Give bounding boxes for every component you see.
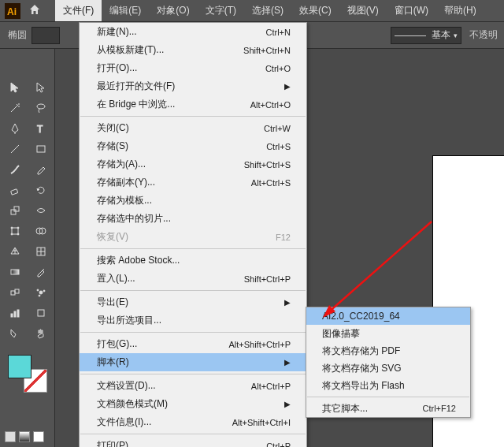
svg-rect-19 [11, 270, 19, 274]
svg-point-2 [37, 104, 45, 109]
svg-point-12 [11, 233, 13, 235]
none-mode[interactable] [33, 431, 44, 442]
rotate-tool[interactable] [28, 180, 54, 200]
menu-item[interactable]: 新建(N)...Ctrl+N [80, 23, 306, 41]
svg-rect-27 [14, 311, 16, 317]
width-tool[interactable] [28, 200, 54, 221]
menu-item[interactable]: 存储选中的切片... [80, 210, 306, 228]
menu-type[interactable]: 文字(T) [198, 0, 244, 21]
home-icon[interactable] [28, 3, 41, 18]
svg-line-4 [11, 145, 19, 153]
color-mode-row [5, 431, 44, 442]
menu-file[interactable]: 文件(F) [55, 0, 102, 21]
fill-field[interactable] [32, 27, 60, 44]
type-tool[interactable]: T [28, 118, 54, 139]
mesh-tool[interactable] [28, 241, 54, 262]
hand-tool[interactable] [28, 323, 54, 344]
svg-point-11 [17, 227, 19, 229]
submenu-item[interactable]: 将文档导出为 Flash [306, 377, 470, 394]
svg-point-22 [39, 291, 43, 294]
menubar: 文件(F) 编辑(E) 对象(O) 文字(T) 选择(S) 效果(C) 视图(V… [55, 0, 484, 21]
brush-tool[interactable] [2, 159, 28, 180]
svg-rect-28 [17, 310, 19, 317]
pencil-tool[interactable] [28, 159, 54, 180]
symbol-tool[interactable] [28, 282, 54, 303]
perspective-tool[interactable] [2, 241, 28, 262]
menu-item[interactable]: 搜索 Adobe Stock... [80, 251, 306, 270]
menu-window[interactable]: 窗口(W) [387, 0, 436, 21]
svg-rect-26 [11, 314, 13, 317]
menu-item[interactable]: 置入(L)...Shift+Ctrl+P [80, 270, 306, 288]
menu-item[interactable]: 存储为(A)...Shift+Ctrl+S [80, 155, 306, 173]
menu-item[interactable]: 打开(O)...Ctrl+O [80, 59, 306, 77]
svg-rect-21 [15, 289, 19, 293]
rect-tool[interactable] [28, 139, 54, 159]
scale-tool[interactable] [2, 200, 28, 221]
menu-help[interactable]: 帮助(H) [436, 0, 484, 21]
svg-text:Ai: Ai [7, 6, 17, 17]
free-transform-tool[interactable] [2, 221, 28, 241]
svg-rect-8 [14, 207, 19, 211]
submenu-item[interactable]: AI2.0_CC2019_64 [306, 307, 470, 325]
menu-item[interactable]: 文档颜色模式(M)▶ [80, 395, 306, 413]
menu-item[interactable]: 文档设置(D)...Alt+Ctrl+P [80, 377, 306, 395]
menu-item[interactable]: 在 Bridge 中浏览...Alt+Ctrl+O [80, 95, 306, 114]
menu-item[interactable]: 脚本(R)▶ [80, 353, 306, 371]
menu-effect[interactable]: 效果(C) [291, 0, 339, 21]
eyedrop-tool[interactable] [28, 262, 54, 282]
submenu-item[interactable]: 图像描摹 [306, 325, 470, 342]
menu-item[interactable]: 存储(S)Ctrl+S [80, 137, 306, 155]
shape-label: 椭圆 [8, 28, 27, 42]
menu-view[interactable]: 视图(V) [339, 0, 387, 21]
shapebuilder-tool[interactable] [28, 221, 54, 241]
menu-item[interactable]: 存储副本(Y)...Alt+Ctrl+S [80, 173, 306, 192]
wand-tool[interactable] [2, 98, 28, 118]
direct-select-tool[interactable] [28, 77, 54, 98]
menu-item[interactable]: 导出(E)▶ [80, 293, 306, 311]
menu-item[interactable]: 打包(G)...Alt+Shift+Ctrl+P [80, 335, 306, 353]
toolbox: T [0, 49, 55, 447]
svg-rect-7 [11, 210, 16, 214]
svg-rect-9 [12, 228, 18, 234]
svg-rect-5 [37, 146, 45, 152]
menu-item: 恢复(V)F12 [80, 228, 306, 246]
submenu-item[interactable]: 将文档存储为 PDF [306, 342, 470, 359]
solid-mode[interactable] [5, 431, 16, 442]
svg-point-10 [11, 227, 13, 229]
menu-select[interactable]: 选择(S) [244, 0, 291, 21]
submenu-item[interactable]: 将文档存储为 SVG [306, 359, 470, 377]
menu-item[interactable]: 存储为模板... [80, 192, 306, 210]
svg-rect-29 [38, 310, 44, 316]
color-swatches[interactable] [0, 355, 54, 394]
graph-tool[interactable] [2, 303, 28, 323]
svg-point-25 [39, 295, 40, 296]
blend-tool[interactable] [2, 282, 28, 303]
menu-item[interactable]: 从模板新建(T)...Shift+Ctrl+N [80, 41, 306, 59]
gradient-tool[interactable] [2, 262, 28, 282]
svg-rect-20 [11, 291, 15, 295]
menu-object[interactable]: 对象(O) [149, 0, 197, 21]
menu-item[interactable]: 最近打开的文件(F)▶ [80, 77, 306, 95]
svg-point-23 [37, 289, 39, 291]
eraser-tool[interactable] [2, 180, 28, 200]
menu-item[interactable]: 关闭(C)Ctrl+W [80, 119, 306, 137]
menu-item[interactable]: 文件信息(I)...Alt+Shift+Ctrl+I [80, 413, 306, 431]
slice-tool[interactable] [2, 323, 28, 344]
menu-item[interactable]: 打印(P)...Ctrl+P [80, 437, 306, 447]
submenu-item[interactable]: 其它脚本...Ctrl+F12 [306, 400, 470, 417]
svg-point-13 [17, 233, 19, 235]
file-menu: 新建(N)...Ctrl+N从模板新建(T)...Shift+Ctrl+N打开(… [79, 22, 307, 447]
line-tool[interactable] [2, 139, 28, 159]
fill-swatch[interactable] [8, 355, 32, 378]
gradient-mode[interactable] [19, 431, 30, 442]
lasso-tool[interactable] [28, 98, 54, 118]
pen-tool[interactable] [2, 118, 28, 139]
menu-item[interactable]: 导出所选项目... [80, 311, 306, 330]
brush-basic[interactable]: 基本 ▾ [391, 27, 461, 44]
svg-rect-6 [10, 189, 17, 195]
selection-tool[interactable] [2, 77, 28, 98]
opacity-label: 不透明 [469, 28, 498, 42]
menu-edit[interactable]: 编辑(E) [102, 0, 149, 21]
artboard-tool[interactable] [28, 303, 54, 323]
svg-point-24 [43, 290, 45, 292]
